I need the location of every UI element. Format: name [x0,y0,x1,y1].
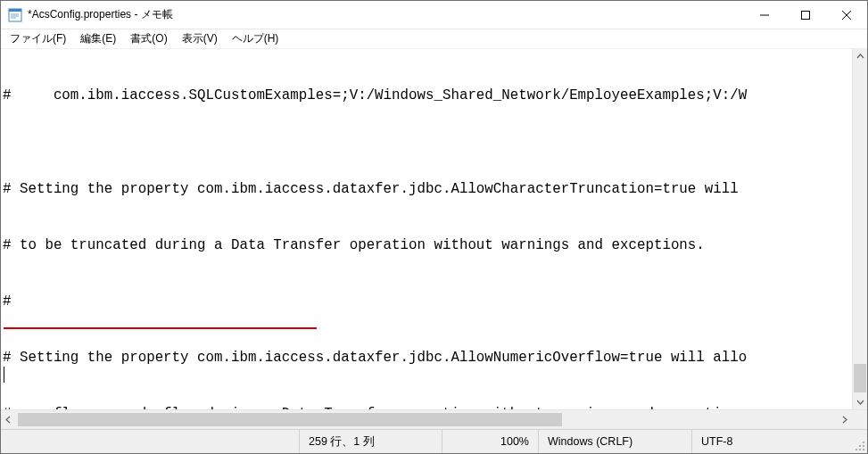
window-title: *AcsConfig.properties - メモ帳 [28,7,173,22]
close-button[interactable] [826,1,867,29]
menu-file[interactable]: ファイル(F) [3,29,73,48]
scroll-up-button[interactable] [853,49,867,64]
status-line-ending: Windows (CRLF) [539,430,692,453]
text-line: # com.ibm.iaccess.SQLCustomExamples=;V:/… [3,87,865,105]
notepad-icon [8,8,22,22]
svg-point-14 [863,442,864,443]
status-bar: 259 行、1 列 100% Windows (CRLF) UTF-8 [1,429,867,453]
horizontal-scrollbar[interactable] [1,409,867,429]
scroll-corner [852,410,867,429]
text-cursor [4,367,4,383]
resize-grip-icon [855,441,865,451]
menu-help[interactable]: ヘルプ(H) [225,29,286,48]
status-encoding: UTF-8 [692,430,851,453]
status-cursor-position: 259 行、1 列 [300,430,442,453]
vertical-scrollbar[interactable] [852,49,867,409]
text-editor[interactable]: # com.ibm.iaccess.SQLCustomExamples=;V:/… [1,49,867,409]
svg-point-9 [863,449,864,450]
horizontal-scroll-track[interactable] [16,410,837,429]
title-left: *AcsConfig.properties - メモ帳 [1,7,744,22]
minimize-button[interactable] [744,1,785,29]
svg-point-10 [859,449,861,450]
status-spacer [1,430,300,453]
resize-grip[interactable] [851,430,867,453]
svg-point-12 [856,449,857,450]
menu-format[interactable]: 書式(O) [123,29,174,48]
menu-bar: ファイル(F) 編集(E) 書式(O) 表示(V) ヘルプ(H) [1,29,867,49]
svg-rect-1 [9,9,21,12]
minimize-icon [760,11,769,20]
text-line: # [3,293,865,311]
svg-rect-6 [802,11,810,19]
window-buttons [744,1,867,29]
vertical-scroll-track[interactable] [853,64,867,394]
svg-point-13 [859,445,861,447]
red-underline-annotation [4,327,317,329]
chevron-right-icon [840,416,848,424]
status-zoom: 100% [442,430,539,453]
svg-point-11 [863,445,864,447]
maximize-icon [801,11,810,20]
notepad-window: *AcsConfig.properties - メモ帳 ファイル(F) 編集(E… [0,0,868,454]
text-line: # to be truncated during a Data Transfer… [3,236,865,255]
scroll-down-button[interactable] [853,394,867,409]
vertical-scroll-thumb[interactable] [854,364,866,392]
text-line: # overflow or underflow during a Data Tr… [3,405,865,409]
content-area: # com.ibm.iaccess.SQLCustomExamples=;V:/… [1,49,867,429]
menu-view[interactable]: 表示(V) [175,29,225,48]
maximize-button[interactable] [785,1,826,29]
title-bar: *AcsConfig.properties - メモ帳 [1,1,867,29]
text-line: # Setting the property com.ibm.iaccess.d… [3,180,865,199]
chevron-down-icon [856,398,864,406]
text-line: # Setting the property com.ibm.iaccess.d… [3,349,865,367]
horizontal-scroll-thumb[interactable] [18,413,562,426]
close-icon [842,11,851,20]
scroll-right-button[interactable] [837,410,852,429]
scroll-left-button[interactable] [1,410,16,429]
menu-edit[interactable]: 編集(E) [73,29,123,48]
chevron-left-icon [4,416,12,424]
chevron-up-icon [856,53,864,61]
